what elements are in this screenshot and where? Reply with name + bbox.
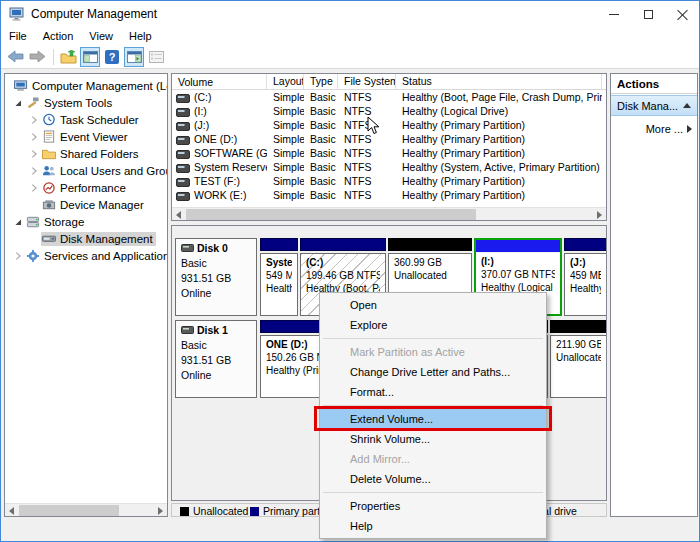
status-cell: Healthy (Primary Partition)	[396, 189, 602, 201]
tree-item-label: Storage	[44, 216, 84, 228]
volume-icon	[176, 149, 190, 158]
chevron-collapsed-icon[interactable]	[27, 164, 41, 178]
tree-item-system-tools[interactable]: System Tools	[5, 94, 167, 111]
menu-item-extend-volume[interactable]: Extend Volume...	[320, 409, 546, 429]
tree-item-services-and-applications[interactable]: Services and Applications	[5, 247, 167, 264]
menu-item-delete-volume[interactable]: Delete Volume...	[320, 469, 546, 489]
chevron-collapsed-icon[interactable]	[11, 249, 25, 263]
chevron-expanded-icon[interactable]	[11, 96, 25, 110]
disk-type: Basic	[181, 256, 251, 271]
volume-row[interactable]: System ReservedSimpleBasicNTFSHealthy (S…	[172, 160, 606, 174]
tree-item-label: Event Viewer	[60, 131, 128, 143]
help-icon: ?	[105, 50, 119, 64]
tree-horizontal-scrollbar[interactable]	[5, 503, 167, 516]
scroll-right-arrow[interactable]	[593, 208, 606, 221]
tree-item-computer-management-local[interactable]: Computer Management (Local	[5, 77, 167, 94]
menu-action[interactable]: Action	[35, 28, 82, 44]
volume-row[interactable]: (C:)SimpleBasicNTFSHealthy (Boot, Page F…	[172, 90, 606, 104]
scroll-thumb[interactable]	[19, 505, 119, 516]
column-header-file-system[interactable]: File System	[338, 74, 396, 89]
chevron-expanded-icon[interactable]	[11, 215, 25, 229]
menu-item-properties[interactable]: Properties	[320, 496, 546, 516]
volume-name-cell: System Reserved	[172, 161, 267, 173]
properties-button[interactable]	[146, 47, 166, 67]
menu-file[interactable]: File	[1, 28, 35, 44]
disk-label-0[interactable]: Disk 0Basic931.51 GBOnline	[175, 238, 257, 316]
volume-row[interactable]: SOFTWARE (G:)SimpleBasicNTFSHealthy (Pri…	[172, 146, 606, 160]
tree-item-shared-folders[interactable]: Shared Folders	[5, 145, 167, 162]
layout-cell: Simple	[267, 91, 304, 103]
back-arrow-icon	[7, 50, 24, 63]
column-header-layout[interactable]: Layout	[267, 74, 304, 89]
partition-systemreserved[interactable]: System Reserved549 MB NTFSHealthy (Syste…	[260, 238, 298, 316]
chevron-collapsed-icon[interactable]	[27, 147, 41, 161]
volume-name: (J:)	[194, 119, 209, 131]
partition-j[interactable]: (J:)459 MB NTFSHealthy (Primary Partitio…	[564, 238, 607, 316]
more-actions-item[interactable]: More ...	[611, 120, 697, 138]
tree-item-device-manager[interactable]: Device Manager	[5, 196, 167, 213]
tree-item-label: System Tools	[44, 97, 112, 109]
volume-row[interactable]: (I:)SimpleBasicNTFSHealthy (Logical Driv…	[172, 104, 606, 118]
scroll-thumb[interactable]	[186, 209, 476, 220]
column-header-status[interactable]: Status	[396, 74, 602, 89]
partition-unallocated[interactable]: 211.90 GBUnallocated	[550, 320, 607, 398]
tree-item-storage[interactable]: Storage	[5, 213, 167, 230]
tree-item-label: Computer Management (Local	[32, 80, 168, 92]
forward-arrow-icon	[29, 50, 46, 63]
shared-folders-icon	[41, 147, 57, 161]
disk-status: Online	[181, 368, 251, 383]
menu-item-format[interactable]: Format...	[320, 382, 546, 402]
chevron-collapsed-icon[interactable]	[27, 181, 41, 195]
tree-item-task-scheduler[interactable]: Task Scheduler	[5, 111, 167, 128]
chevron-collapsed-icon[interactable]	[27, 130, 41, 144]
volume-row[interactable]: (J:)SimpleBasicNTFSHealthy (Primary Part…	[172, 118, 606, 132]
volume-row[interactable]: WORK (E:)SimpleBasicNTFSHealthy (Primary…	[172, 188, 606, 202]
actions-group-disk-management[interactable]: Disk Mana...	[611, 95, 697, 116]
tree-item-disk-management[interactable]: Disk Management	[5, 230, 167, 247]
chevron-collapsed-icon[interactable]	[27, 113, 41, 127]
app-icon	[9, 6, 25, 22]
type-cell: Basic	[304, 175, 338, 187]
column-header-type[interactable]: Type	[304, 74, 338, 89]
menu-item-help[interactable]: Help	[320, 516, 546, 536]
tree-item-local-users-and-groups[interactable]: Local Users and Groups	[5, 162, 167, 179]
status-cell: Healthy (Logical Drive)	[396, 105, 602, 117]
volume-name-cell: (I:)	[172, 105, 267, 117]
forward-button[interactable]	[27, 47, 47, 67]
menu-view[interactable]: View	[81, 28, 121, 44]
volume-list-horizontal-scrollbar[interactable]	[172, 207, 606, 220]
menu-item-explore[interactable]: Explore	[320, 315, 546, 335]
minimize-button[interactable]	[597, 1, 631, 27]
show-action-pane-toggle[interactable]	[124, 47, 144, 67]
event-viewer-icon	[41, 130, 57, 144]
menu-item-shrink-volume[interactable]: Shrink Volume...	[320, 429, 546, 449]
filesystem-cell: NTFS	[338, 189, 396, 201]
tree-item-label: Shared Folders	[60, 148, 139, 160]
menu-item-open[interactable]: Open	[320, 295, 546, 315]
show-console-tree-toggle[interactable]	[80, 47, 100, 67]
close-button[interactable]	[665, 1, 699, 27]
disk-label-1[interactable]: Disk 1Basic931.51 GBOnline	[175, 320, 257, 398]
volume-name: (I:)	[194, 105, 207, 117]
help-button[interactable]: ?	[102, 47, 122, 67]
column-header-volume[interactable]: Volume	[172, 74, 267, 89]
tree-item-event-viewer[interactable]: Event Viewer	[5, 128, 167, 145]
volume-row[interactable]: TEST (F:)SimpleBasicNTFSHealthy (Primary…	[172, 174, 606, 188]
scroll-left-arrow[interactable]	[172, 208, 185, 221]
tree-item-performance[interactable]: Performance	[5, 179, 167, 196]
filesystem-cell: NTFS	[338, 133, 396, 145]
volume-name-cell: WORK (E:)	[172, 189, 267, 201]
type-cell: Basic	[304, 105, 338, 117]
partition-size: 549 MB NTFS	[266, 269, 292, 282]
maximize-button[interactable]	[631, 1, 665, 27]
volume-row[interactable]: ONE (D:)SimpleBasicNTFSHealthy (Primary …	[172, 132, 606, 146]
volume-name: SOFTWARE (G:)	[194, 147, 267, 159]
back-button[interactable]	[5, 47, 25, 67]
scroll-left-arrow[interactable]	[5, 504, 18, 517]
scroll-right-arrow[interactable]	[154, 504, 167, 517]
menu-item-change-drive-letter-and-paths[interactable]: Change Drive Letter and Paths...	[320, 362, 546, 382]
menu-help[interactable]: Help	[121, 28, 160, 44]
legend-label: Unallocated	[193, 505, 248, 517]
up-folder-button[interactable]	[58, 47, 78, 67]
computer-icon	[13, 79, 29, 93]
